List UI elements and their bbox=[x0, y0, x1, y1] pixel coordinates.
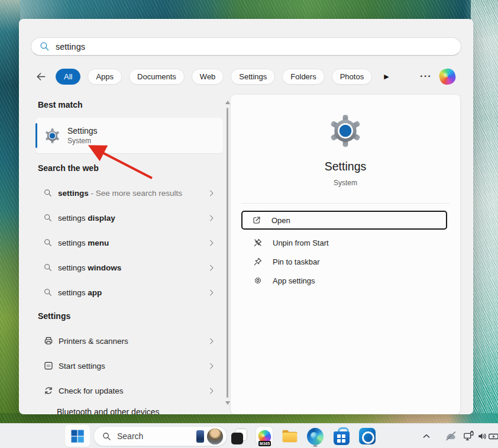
preview-app-title: Settings bbox=[231, 160, 460, 173]
chevron-right-icon bbox=[207, 337, 216, 346]
search-icon bbox=[43, 238, 53, 247]
edge-button[interactable] bbox=[303, 425, 327, 447]
tray-cloud-sync-button[interactable] bbox=[443, 425, 458, 447]
task-view-button[interactable] bbox=[227, 425, 251, 447]
best-match-title: Settings bbox=[67, 126, 98, 136]
selection-accent-bar bbox=[35, 123, 37, 148]
tray-hidden-icons-button[interactable] bbox=[419, 425, 434, 447]
divider bbox=[241, 203, 450, 204]
filter-tab-web[interactable]: Web bbox=[192, 69, 224, 85]
wallpaper-vegetation-bottom bbox=[0, 413, 498, 424]
chips-overflow-arrow-icon[interactable]: ▶ bbox=[384, 73, 389, 80]
chevron-right-icon bbox=[207, 238, 216, 247]
open-external-icon bbox=[252, 215, 261, 225]
web-suggestion-menu[interactable]: settings menu bbox=[35, 230, 223, 255]
web-suggestion-app[interactable]: settings app bbox=[35, 280, 223, 305]
copilot-m365-icon: M365 bbox=[256, 427, 273, 446]
search-highlight-avatar bbox=[207, 428, 223, 444]
file-explorer-button[interactable] bbox=[278, 425, 302, 447]
best-match-subtitle: System bbox=[67, 137, 98, 145]
microsoft-store-icon bbox=[334, 427, 350, 445]
taskbar-search[interactable]: Search bbox=[93, 426, 227, 446]
chevron-right-icon bbox=[207, 288, 216, 297]
start-button[interactable] bbox=[65, 425, 90, 447]
back-button[interactable] bbox=[33, 69, 48, 84]
refresh-icon bbox=[43, 385, 54, 396]
windows-search-flyout: All Apps Documents Web Settings Folders … bbox=[19, 19, 473, 414]
settings-item-printers-scanners[interactable]: Printers & scanners bbox=[35, 328, 223, 353]
filter-tab-all[interactable]: All bbox=[56, 69, 80, 85]
wallpaper-cliff-top bbox=[0, 0, 498, 20]
search-icon bbox=[102, 431, 112, 441]
ethernet-network-icon bbox=[463, 430, 474, 442]
gear-icon bbox=[253, 276, 263, 285]
best-match-header: Best match bbox=[38, 100, 82, 109]
cloud-off-icon bbox=[444, 430, 457, 443]
filter-tab-apps[interactable]: Apps bbox=[88, 69, 122, 85]
tray-battery-button[interactable] bbox=[486, 425, 498, 447]
scrollbar-thumb[interactable] bbox=[227, 108, 228, 398]
clipped-list-item[interactable]: Bluetooth and other devices bbox=[57, 407, 160, 414]
start-menu-icon bbox=[43, 360, 54, 371]
search-icon bbox=[43, 188, 53, 198]
action-pin-to-taskbar[interactable]: Pin to taskbar bbox=[241, 254, 447, 269]
copilot-icon bbox=[438, 67, 457, 86]
microsoft-store-button[interactable] bbox=[329, 425, 353, 447]
search-icon bbox=[43, 263, 53, 272]
copilot-button[interactable] bbox=[439, 68, 456, 85]
settings-app-icon-large bbox=[327, 112, 364, 149]
filter-tab-documents[interactable]: Documents bbox=[129, 69, 185, 85]
settings-item-check-updates[interactable]: Check for updates bbox=[35, 378, 223, 403]
web-suggestion-display[interactable]: settings display bbox=[35, 205, 223, 230]
best-match-result[interactable]: Settings System bbox=[35, 118, 223, 153]
search-the-web-header: Search the web bbox=[38, 163, 99, 173]
chevron-right-icon bbox=[207, 362, 216, 370]
windows-logo-icon bbox=[70, 429, 85, 443]
search-box[interactable] bbox=[31, 37, 461, 56]
action-app-settings[interactable]: App settings bbox=[241, 273, 447, 288]
tray-network-button[interactable] bbox=[461, 425, 476, 447]
chevron-right-icon bbox=[207, 386, 216, 395]
folder-icon bbox=[282, 428, 298, 444]
search-input[interactable] bbox=[56, 42, 454, 51]
outlook-icon bbox=[359, 428, 376, 444]
search-icon bbox=[43, 288, 53, 297]
settings-item-start-settings[interactable]: Start settings bbox=[35, 353, 223, 378]
copilot-m365-button[interactable]: M365 bbox=[253, 425, 276, 447]
search-icon bbox=[43, 213, 53, 223]
action-unpin-from-start[interactable]: Unpin from Start bbox=[241, 235, 447, 250]
running-indicator bbox=[313, 445, 318, 447]
search-icon bbox=[39, 41, 50, 52]
wallpaper-water-left bbox=[0, 0, 20, 448]
filter-tab-folders[interactable]: Folders bbox=[282, 69, 324, 85]
web-suggestion-see-more[interactable]: settings - See more search results bbox=[35, 181, 223, 205]
filter-tab-photos[interactable]: Photos bbox=[332, 69, 372, 85]
settings-section-header: Settings bbox=[38, 311, 70, 321]
scrollbar-down-arrow[interactable] bbox=[225, 401, 230, 405]
filter-tab-settings[interactable]: Settings bbox=[231, 69, 275, 85]
unpin-icon bbox=[253, 238, 263, 247]
printer-icon bbox=[43, 336, 54, 346]
m365-badge: M365 bbox=[258, 441, 271, 446]
chevron-up-icon bbox=[421, 431, 432, 441]
wallpaper-water-right bbox=[471, 0, 498, 448]
more-options-button[interactable]: ··· bbox=[417, 69, 435, 84]
pin-icon bbox=[253, 257, 263, 266]
settings-app-icon bbox=[44, 127, 61, 144]
taskbar: Search M365 bbox=[0, 423, 498, 448]
arrow-left-icon bbox=[35, 71, 47, 82]
web-suggestion-windows[interactable]: settings windows bbox=[35, 255, 223, 280]
battery-charging-icon bbox=[488, 430, 498, 443]
scrollbar-up-arrow[interactable] bbox=[225, 101, 230, 104]
outlook-button[interactable] bbox=[355, 425, 379, 447]
open-label: Open bbox=[271, 216, 290, 225]
preview-pane: Settings System Open Unpin from Start Pi… bbox=[231, 95, 460, 414]
chevron-right-icon bbox=[207, 189, 216, 198]
screen: All Apps Documents Web Settings Folders … bbox=[0, 0, 498, 448]
chevron-right-icon bbox=[207, 214, 216, 223]
bing-daily-thumbnail bbox=[196, 430, 204, 443]
filter-bar: All Apps Documents Web Settings Folders … bbox=[33, 68, 389, 85]
edge-icon bbox=[307, 428, 324, 445]
open-button[interactable]: Open bbox=[241, 211, 447, 230]
taskbar-search-label: Search bbox=[117, 431, 143, 441]
